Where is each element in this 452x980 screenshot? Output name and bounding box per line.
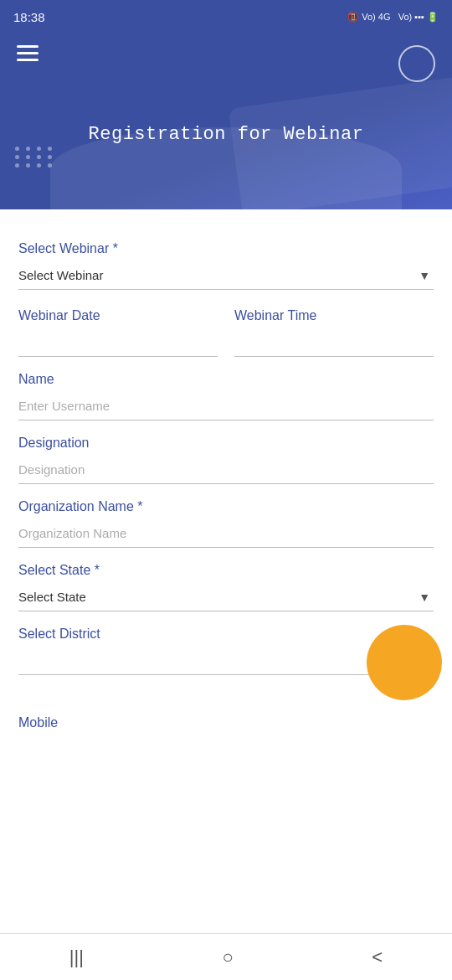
status-time: 18:38 bbox=[13, 10, 45, 24]
back-button[interactable]: < bbox=[372, 946, 383, 968]
select-state-dropdown[interactable]: Select State bbox=[18, 583, 434, 611]
select-webinar-wrapper[interactable]: Select Webinar ▼ bbox=[18, 261, 434, 290]
yellow-circle-decoration bbox=[367, 625, 442, 700]
status-signal-icons: 📵 Vo) 4G Vo) ▪▪▪ 🔋 bbox=[347, 12, 439, 23]
dots-decoration bbox=[15, 147, 54, 168]
webinar-time-input[interactable] bbox=[234, 328, 434, 357]
status-bar: 18:38 📵 Vo) 4G Vo) ▪▪▪ 🔋 bbox=[0, 0, 452, 34]
recent-apps-button[interactable]: ||| bbox=[69, 946, 84, 968]
webinar-time-label: Webinar Time bbox=[234, 308, 434, 323]
select-district-label: Select District bbox=[18, 627, 434, 642]
select-webinar-dropdown[interactable]: Select Webinar bbox=[18, 261, 434, 290]
webinar-time-col: Webinar Time bbox=[234, 293, 434, 357]
name-input[interactable] bbox=[18, 392, 434, 420]
bottom-nav-bar: ||| ○ < bbox=[0, 933, 452, 980]
select-webinar-label: Select Webinar bbox=[18, 241, 434, 256]
webinar-date-col: Webinar Date bbox=[18, 293, 218, 357]
registration-form: Select Webinar Select Webinar ▼ Webinar … bbox=[0, 209, 452, 802]
home-button[interactable]: ○ bbox=[223, 946, 234, 968]
name-label: Name bbox=[18, 372, 434, 387]
header-circle-button[interactable] bbox=[398, 45, 435, 82]
select-state-label: Select State bbox=[18, 563, 434, 578]
webinar-date-time-row: Webinar Date Webinar Time bbox=[18, 293, 434, 357]
organization-input[interactable] bbox=[18, 519, 434, 548]
designation-input[interactable] bbox=[18, 456, 434, 484]
hamburger-menu[interactable] bbox=[17, 45, 39, 61]
webinar-date-label: Webinar Date bbox=[18, 308, 218, 323]
select-district-row: ▼ bbox=[18, 647, 434, 675]
status-icons: 📵 Vo) 4G Vo) ▪▪▪ 🔋 bbox=[347, 12, 439, 23]
page-title: Registration for Webinar bbox=[89, 124, 364, 145]
header-banner: Registration for Webinar bbox=[0, 34, 452, 209]
select-state-wrapper[interactable]: Select State ▼ bbox=[18, 583, 434, 611]
webinar-date-input[interactable] bbox=[18, 328, 218, 357]
mobile-label: Mobile bbox=[18, 715, 434, 730]
organization-label: Organization Name bbox=[18, 499, 434, 514]
designation-label: Designation bbox=[18, 436, 434, 451]
